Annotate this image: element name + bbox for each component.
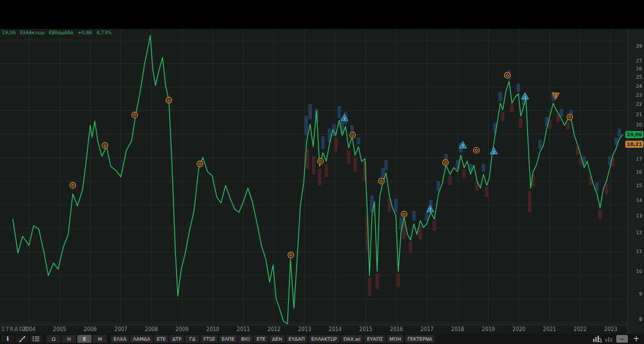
dividend-marker[interactable]: D [504, 72, 510, 78]
dividend-marker[interactable]: D [70, 183, 75, 188]
symbol-button[interactable]: ΕΤΕ [254, 335, 268, 343]
dividend-marker[interactable]: D [102, 143, 108, 148]
timeframe-button-Ε[interactable]: Ε [77, 335, 92, 343]
timeframe-button-Μ[interactable]: Μ [93, 335, 107, 343]
price-tick-label: 22 [636, 101, 642, 107]
event-marker[interactable]: ! [427, 205, 434, 212]
symbol-button[interactable]: ΕΛΠΕ [219, 335, 237, 343]
symbol-button[interactable]: ΔΕΗ [269, 335, 285, 343]
down-range-bar [409, 241, 412, 253]
symbol-button[interactable]: ΔΤΡ [170, 335, 184, 343]
price-chart-svg[interactable]: DDDDDDDDDDDDDD!!!!!! [0, 29, 627, 325]
price-tick-label: 27 [636, 58, 642, 64]
price-tick-label: 23 [636, 92, 642, 98]
trading-app-window: DDDDDDDDDDDDDD!!!!!! 19,06 Ελλάκτωρ Εβδο… [0, 0, 644, 344]
dividend-marker[interactable]: D [132, 112, 137, 118]
svg-text:D: D [72, 183, 74, 187]
dividend-marker[interactable]: D [166, 97, 172, 103]
zoom-controls: − + [592, 335, 642, 343]
symbol-button[interactable]: ΛΑΜΔΑ [130, 335, 153, 343]
down-range-bar [501, 112, 504, 121]
year-tick-label: 2017 [418, 327, 436, 332]
year-tick-label: 2004 [20, 327, 38, 332]
dividend-marker[interactable]: D [567, 114, 572, 120]
dividend-marker[interactable]: D [443, 159, 449, 165]
symbol-button[interactable]: ΓΕΚΤΕΡΝΑ [405, 335, 434, 343]
price-tick-label: 24 [636, 83, 642, 89]
symbol-button[interactable]: ΕΛΧΑ [111, 335, 129, 343]
year-tick-label: 2020 [510, 327, 528, 332]
year-tick-label: 2023 [602, 327, 620, 332]
year-tick-label: 2010 [204, 327, 222, 332]
dividend-marker[interactable]: D [378, 178, 384, 184]
dividend-marker[interactable]: D [401, 211, 407, 217]
up-range-bar [321, 136, 324, 149]
year-tick-label: 2008 [142, 327, 161, 332]
legend-period: Εβδομάδα [49, 30, 73, 35]
year-tick-label: 2016 [387, 327, 405, 332]
event-marker[interactable]: ! [491, 148, 498, 154]
price-tick-label: 21 [636, 112, 642, 117]
dividend-marker[interactable]: D [350, 132, 356, 138]
price-tick-label: 20 [636, 122, 642, 128]
up-range-bar [384, 160, 387, 170]
bar-chart-icon[interactable] [605, 335, 614, 343]
down-range-bar [448, 176, 451, 185]
chart-area[interactable]: DDDDDDDDDDDDDD!!!!!! 19,06 Ελλάκτωρ Εβδο… [0, 29, 627, 325]
up-range-bar [356, 137, 360, 145]
down-range-bar [519, 118, 522, 128]
watchlist-button[interactable] [30, 335, 43, 343]
svg-text:!: ! [493, 150, 495, 154]
auto-fit-chart-icon[interactable] [592, 335, 602, 343]
legend-change: +0,86 [77, 30, 92, 35]
svg-text:D: D [199, 162, 201, 166]
down-range-bar [312, 156, 315, 174]
timeframe-group: ΩΗΕΜ [46, 335, 107, 343]
down-range-bar [485, 187, 488, 197]
symbol-button[interactable]: ΕΥΔΑΠ [286, 335, 307, 343]
dividend-marker[interactable]: D [197, 161, 203, 167]
down-range-bar [576, 147, 580, 155]
year-tick-label: 2005 [51, 327, 69, 332]
time-axis[interactable]: ΣTRADE 200420052006200720082009201020112… [0, 325, 627, 334]
zoom-in-button[interactable]: + [630, 335, 642, 343]
svg-text:!: ! [344, 116, 346, 121]
zoom-out-button[interactable]: − [616, 335, 628, 343]
up-range-bar [516, 84, 520, 92]
draw-line-button[interactable] [15, 335, 28, 343]
symbol-list: ΕΛΧΑΛΑΜΔΑΕΤΕΔΤΡΓΔFTSEΕΛΠΕΒΙΟΕΤΕΔΕΗΕΥΔΑΠΕ… [111, 335, 434, 343]
price-tick-label: 10 [636, 268, 642, 274]
svg-text:D: D [444, 161, 447, 165]
symbol-button[interactable]: ΕΥΑΠΣ [364, 335, 385, 343]
down-range-bar [396, 274, 400, 287]
info-button[interactable]: i [1, 335, 14, 343]
year-tick-label: 2006 [81, 327, 99, 332]
dividend-marker[interactable]: D [318, 158, 324, 164]
price-tick-label: 9 [639, 291, 642, 297]
down-range-bar [318, 169, 321, 185]
timeframe-button-Ω[interactable]: Ω [46, 335, 61, 343]
legend-change-pct: 4,73% [97, 30, 112, 35]
timeframe-button-Η[interactable]: Η [62, 335, 76, 343]
price-tick-label: 17 [636, 156, 642, 162]
symbol-button[interactable]: ΓΔ [185, 335, 199, 343]
symbol-button[interactable]: ΕΛΛΑΚΤΩΡ [309, 335, 340, 343]
year-tick-label: 2014 [326, 327, 344, 332]
svg-text:D: D [380, 179, 383, 183]
price-tick-label: 14 [636, 197, 642, 203]
svg-text:D: D [104, 144, 106, 148]
up-range-bar [412, 211, 415, 221]
symbol-button[interactable]: ΜΟΗ [387, 335, 404, 343]
symbol-button[interactable]: ΒΙΟ [239, 335, 253, 343]
dividend-marker[interactable]: D [288, 252, 294, 258]
year-tick-label: 2018 [449, 327, 467, 332]
symbol-button[interactable]: FTSE [200, 335, 217, 343]
svg-text:D: D [133, 113, 136, 117]
price-axis[interactable]: 19,06 18,21 2927262524232221201716151413… [627, 29, 644, 334]
down-range-bar [306, 149, 309, 169]
indicator-price-badge: 18,21 [625, 141, 643, 148]
price-tick-label: 13 [636, 213, 642, 219]
symbol-button[interactable]: ΕΤΕ [154, 335, 168, 343]
dividend-marker[interactable]: D [473, 147, 479, 153]
symbol-button[interactable]: DAX.wi [341, 335, 364, 343]
